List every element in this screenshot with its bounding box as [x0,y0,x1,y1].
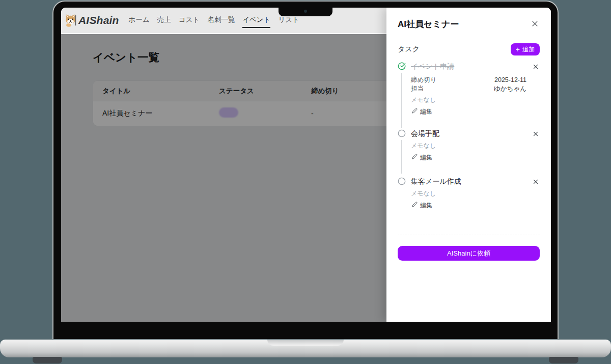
add-task-button[interactable]: + 追加 [511,43,540,55]
task-label[interactable]: 集客メール作成 [411,177,532,186]
nav-item-sales[interactable]: 売上 [157,13,171,28]
task-edit-button[interactable]: 編集 [412,108,432,115]
pencil-icon [412,202,418,209]
task-label[interactable]: イベント申請 [411,62,532,71]
laptop-foot [549,357,578,363]
tasks-heading: タスク [398,45,420,54]
divider [398,235,540,235]
task-unchecked-icon[interactable] [398,177,406,185]
task-list: イベント申請 締め切り 2025-12-11 担当 ゆかちゃん [398,62,540,209]
shiba-dog-logo-icon [64,13,77,27]
delegate-to-aishain-button[interactable]: AIShainに依頼 [398,246,540,261]
nav-item-home[interactable]: ホーム [129,13,150,28]
task-delete-button[interactable] [532,130,540,138]
task-label[interactable]: 会場手配 [411,129,532,138]
laptop-foot [33,357,62,363]
close-icon [533,64,539,71]
task-field-assignee: 担当 ゆかちゃん [411,85,526,93]
pencil-icon [412,108,418,115]
nav-item-events[interactable]: イベント [242,13,270,28]
close-icon [533,179,539,186]
camera-notch [279,8,332,16]
task-delete-button[interactable] [532,178,540,186]
drawer-title: AI社員セミナー [398,19,459,30]
task-edit-button[interactable]: 編集 [412,154,432,161]
task-item: イベント申請 締め切り 2025-12-11 担当 ゆかちゃん [398,62,540,116]
webcam-icon [304,10,307,13]
laptop-lid-notch [267,340,344,346]
task-edit-button[interactable]: 編集 [412,202,432,209]
plus-icon: + [516,46,520,53]
task-field-deadline: 締め切り 2025-12-11 [411,76,526,84]
nav-item-business-cards[interactable]: 名刺一覧 [207,13,235,28]
task-item: 集客メール作成 メモなし 編集 [398,177,540,209]
task-memo: メモなし [411,190,540,197]
laptop-screen: AIShain ホーム 売上 コスト 名刺一覧 イベント リスト イベント一覧 … [61,8,551,322]
app-logo[interactable]: AIShain [64,13,119,27]
main-nav: ホーム 売上 コスト 名刺一覧 イベント リスト [129,13,299,28]
close-icon [531,21,539,29]
task-memo: メモなし [411,97,540,103]
pencil-icon [412,154,418,161]
task-delete-button[interactable] [532,63,540,71]
nav-item-cost[interactable]: コスト [179,13,200,28]
task-unchecked-icon[interactable] [398,129,406,137]
task-item: 会場手配 メモなし 編集 [398,129,540,161]
task-checked-icon[interactable] [398,62,406,70]
task-memo: メモなし [411,143,540,149]
drawer-close-button[interactable] [530,19,540,29]
close-icon [533,131,539,138]
app-title: AIShain [78,14,119,26]
event-detail-drawer: AI社員セミナー タスク + 追加 イベント申請 [386,8,551,322]
